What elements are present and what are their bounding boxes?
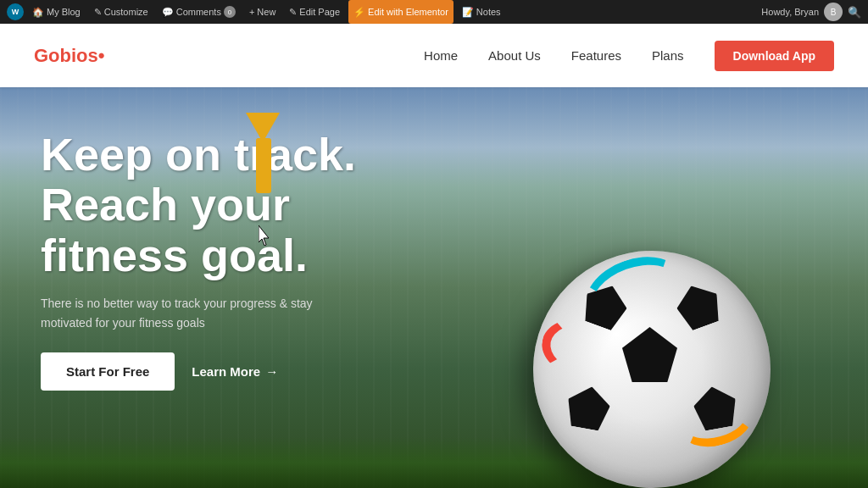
admin-bar-right: Howdy, Bryan B 🔍 bbox=[761, 3, 861, 21]
download-app-button[interactable]: Download App bbox=[715, 41, 834, 71]
admin-my-blog[interactable]: 🏠 My Blog bbox=[27, 0, 86, 24]
home-icon: 🏠 bbox=[32, 7, 44, 18]
site-nav: Home About Us Features Plans Download Ap… bbox=[424, 41, 834, 71]
admin-customize[interactable]: ✎ Customize bbox=[89, 0, 153, 24]
hero-subtitle: There is no better way to track your pro… bbox=[41, 294, 346, 332]
avatar[interactable]: B bbox=[824, 3, 843, 21]
ball-patch-center bbox=[622, 327, 677, 382]
svg-marker-0 bbox=[246, 113, 280, 142]
svg-rect-1 bbox=[256, 138, 271, 193]
comments-count: 0 bbox=[224, 6, 236, 18]
admin-edit-page[interactable]: ✎ Edit Page bbox=[284, 0, 345, 24]
annotation-arrow-svg bbox=[237, 104, 314, 197]
arrow-right-icon: → bbox=[265, 364, 278, 379]
nav-home[interactable]: Home bbox=[424, 48, 458, 63]
admin-bar: W 🏠 My Blog ✎ Customize 💬 Comments 0 + N… bbox=[0, 0, 868, 24]
comments-icon: 💬 bbox=[162, 7, 174, 18]
ball-curve-orange bbox=[672, 385, 759, 454]
howdy-text: Howdy, Bryan bbox=[761, 7, 819, 17]
elementor-icon: ⚡ bbox=[353, 7, 365, 18]
nav-features[interactable]: Features bbox=[571, 48, 621, 63]
admin-comments[interactable]: 💬 Comments 0 bbox=[157, 0, 241, 24]
search-icon[interactable]: 🔍 bbox=[848, 6, 861, 19]
soccer-ball bbox=[533, 251, 771, 488]
hero-section: Keep on track. Reach your fitness goal. … bbox=[0, 87, 868, 488]
admin-notes[interactable]: 📝 Notes bbox=[457, 0, 506, 24]
nav-about[interactable]: About Us bbox=[488, 48, 541, 63]
ball-patch-bottom-left bbox=[564, 383, 613, 432]
nav-plans[interactable]: Plans bbox=[652, 48, 684, 63]
learn-more-button[interactable]: Learn More → bbox=[192, 364, 278, 379]
customize-icon: ✎ bbox=[94, 7, 102, 18]
soccer-ball-container bbox=[504, 166, 800, 488]
start-free-button[interactable]: Start For Free bbox=[41, 352, 175, 391]
hero-actions: Start For Free Learn More → bbox=[41, 352, 518, 391]
notes-icon: 📝 bbox=[462, 7, 474, 18]
site-logo: Gobios• bbox=[34, 45, 104, 67]
logo-accent: • bbox=[98, 45, 105, 66]
admin-new[interactable]: + New bbox=[244, 0, 281, 24]
edit-icon: ✎ bbox=[289, 7, 297, 18]
wordpress-icon[interactable]: W bbox=[7, 3, 24, 20]
site-header: Gobios• Home About Us Features Plans Dow… bbox=[0, 24, 868, 87]
arrow-annotation bbox=[237, 104, 314, 201]
plus-icon: + bbox=[249, 7, 254, 17]
admin-edit-elementor[interactable]: ⚡ Edit with Elementor bbox=[348, 0, 453, 24]
